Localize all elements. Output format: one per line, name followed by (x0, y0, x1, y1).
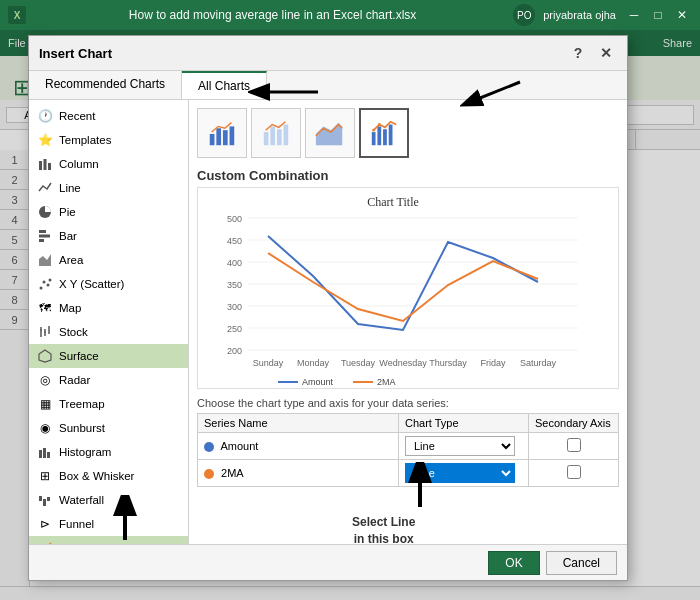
svg-text:Saturday: Saturday (520, 358, 557, 368)
svg-point-9 (43, 281, 46, 284)
sidebar-item-scatter[interactable]: X Y (Scatter) (29, 272, 188, 296)
sidebar-label-templates: Templates (59, 134, 111, 146)
sidebar-label-pie: Pie (59, 206, 76, 218)
username: priyabrata ojha (543, 9, 616, 21)
svg-rect-31 (270, 126, 275, 145)
series-secondary-2ma-checkbox[interactable] (567, 465, 581, 479)
pie-icon (37, 204, 53, 220)
sidebar-item-histogram[interactable]: Histogram (29, 440, 188, 464)
sidebar-label-waterfall: Waterfall (59, 494, 104, 506)
sidebar-label-map: Map (59, 302, 81, 314)
sidebar-item-surface[interactable]: Surface (29, 344, 188, 368)
svg-rect-5 (39, 235, 50, 238)
close-button[interactable]: ✕ (672, 5, 692, 25)
svg-text:Tuesday: Tuesday (341, 358, 376, 368)
minimize-button[interactable]: ─ (624, 5, 644, 25)
svg-point-10 (47, 284, 50, 287)
svg-text:200: 200 (227, 346, 242, 356)
svg-marker-7 (39, 254, 51, 266)
radar-icon: ◎ (37, 372, 53, 388)
area-icon (37, 252, 53, 268)
dialog-tab-bar: Recommended Charts All Charts (29, 71, 627, 100)
chart-icon-2[interactable] (251, 108, 301, 158)
stock-icon (37, 324, 53, 340)
sidebar-item-treemap[interactable]: ▦ Treemap (29, 392, 188, 416)
svg-rect-2 (48, 163, 51, 170)
2ma-color-dot (204, 469, 214, 479)
sidebar-item-funnel[interactable]: ⊳ Funnel (29, 512, 188, 536)
dialog-title: Insert Chart (39, 46, 567, 61)
series-row-2ma: 2MA Line Column Area (198, 460, 619, 487)
sidebar-item-area[interactable]: Area (29, 248, 188, 272)
sidebar-item-recent[interactable]: 🕐 Recent (29, 104, 188, 128)
sidebar-item-sunburst[interactable]: ◉ Sunburst (29, 416, 188, 440)
svg-text:400: 400 (227, 258, 242, 268)
series-table: Series Name Chart Type Secondary Axis Am… (197, 413, 619, 487)
tab-all-charts[interactable]: All Charts (182, 71, 267, 99)
dialog-titlebar: Insert Chart ? ✕ (29, 36, 627, 71)
user-avatar: PO (513, 4, 535, 26)
svg-rect-18 (39, 450, 42, 458)
dialog-help-button[interactable]: ? (567, 42, 589, 64)
chart-icon-custom[interactable] (359, 108, 409, 158)
svg-point-40 (378, 123, 381, 126)
svg-text:Sunday: Sunday (253, 358, 284, 368)
sidebar-label-radar: Radar (59, 374, 90, 386)
window-title: How to add moving average line in an Exc… (32, 8, 513, 22)
svg-rect-37 (383, 129, 387, 145)
sidebar-label-treemap: Treemap (59, 398, 105, 410)
sidebar-label-sunburst: Sunburst (59, 422, 105, 434)
scatter-icon (37, 276, 53, 292)
sidebar-label-histogram: Histogram (59, 446, 111, 458)
sidebar-item-stock[interactable]: Stock (29, 320, 188, 344)
dialog-close-button[interactable]: ✕ (595, 42, 617, 64)
waterfall-icon (37, 492, 53, 508)
series-secondary-2ma-cell (529, 460, 619, 487)
sidebar-item-radar[interactable]: ◎ Radar (29, 368, 188, 392)
sidebar-item-templates[interactable]: ⭐ Templates (29, 128, 188, 152)
chart-icon-3[interactable] (305, 108, 355, 158)
series-name-2ma-text: 2MA (221, 467, 244, 479)
svg-rect-38 (389, 125, 393, 146)
dialog-body: 🕐 Recent ⭐ Templates Column Line (29, 100, 627, 580)
svg-point-11 (49, 279, 52, 282)
chart-preview: Chart Title 500 450 400 350 300 250 (197, 187, 619, 389)
column-icon (37, 156, 53, 172)
sidebar-item-waterfall[interactable]: Waterfall (29, 488, 188, 512)
chart-content-area: Custom Combination Chart Title 500 4 (189, 100, 627, 580)
chart-type-icons-row (197, 108, 619, 158)
maximize-button[interactable]: □ (648, 5, 668, 25)
tab-recommended-charts[interactable]: Recommended Charts (29, 71, 182, 99)
sidebar-label-funnel: Funnel (59, 518, 94, 530)
sidebar-item-line[interactable]: Line (29, 176, 188, 200)
chart-title-text: Chart Title (367, 195, 419, 209)
sidebar-item-bar[interactable]: Bar (29, 224, 188, 248)
svg-text:300: 300 (227, 302, 242, 312)
cancel-button[interactable]: Cancel (546, 551, 617, 575)
sidebar-label-recent: Recent (59, 110, 95, 122)
svg-rect-23 (47, 497, 50, 501)
boxwhisker-icon: ⊞ (37, 468, 53, 484)
sidebar-label-scatter: X Y (Scatter) (59, 278, 124, 290)
svg-rect-29 (230, 126, 235, 145)
sidebar-item-map[interactable]: 🗺 Map (29, 296, 188, 320)
series-secondary-amount-checkbox[interactable] (567, 438, 581, 452)
sidebar-item-boxwhisker[interactable]: ⊞ Box & Whisker (29, 464, 188, 488)
map-icon: 🗺 (37, 300, 53, 316)
histogram-icon (37, 444, 53, 460)
ok-button[interactable]: OK (488, 551, 539, 575)
svg-rect-27 (216, 128, 221, 145)
series-type-2ma-dropdown[interactable]: Line Column Area (405, 463, 515, 483)
treemap-icon: ▦ (37, 396, 53, 412)
svg-rect-30 (264, 132, 269, 145)
app-icon: X (8, 6, 26, 24)
sidebar-item-column[interactable]: Column (29, 152, 188, 176)
sidebar-item-pie[interactable]: Pie (29, 200, 188, 224)
series-type-amount-dropdown[interactable]: Line Column Area (405, 436, 515, 456)
sidebar-label-area: Area (59, 254, 83, 266)
insert-chart-dialog: Insert Chart ? ✕ Recommended Charts All … (28, 35, 628, 581)
amount-color-dot (204, 442, 214, 452)
chart-icon-1[interactable] (197, 108, 247, 158)
series-type-2ma-cell: Line Column Area (399, 460, 529, 487)
chart-type-sidebar: 🕐 Recent ⭐ Templates Column Line (29, 100, 189, 580)
